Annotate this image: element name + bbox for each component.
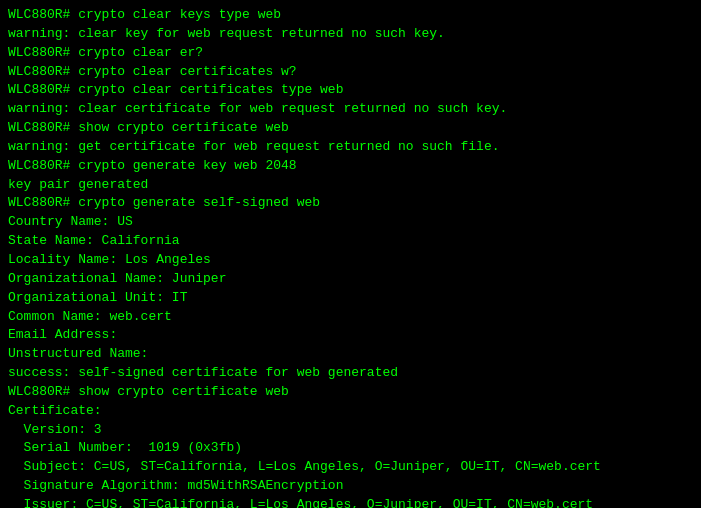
terminal-line: warning: get certificate for web request… — [8, 138, 693, 157]
terminal-line: Certificate: — [8, 402, 693, 421]
terminal-line: Email Address: — [8, 326, 693, 345]
terminal-line: WLC880R# show crypto certificate web — [8, 383, 693, 402]
terminal-line: WLC880R# crypto clear er? — [8, 44, 693, 63]
terminal-line: warning: clear certificate for web reque… — [8, 100, 693, 119]
terminal-line: Subject: C=US, ST=California, L=Los Ange… — [8, 458, 693, 477]
terminal-line: Signature Algorithm: md5WithRSAEncryptio… — [8, 477, 693, 496]
terminal-line: State Name: California — [8, 232, 693, 251]
terminal-line: key pair generated — [8, 176, 693, 195]
terminal-line: Country Name: US — [8, 213, 693, 232]
terminal-line: Locality Name: Los Angeles — [8, 251, 693, 270]
terminal-line: Issuer: C=US, ST=California, L=Los Angel… — [8, 496, 693, 508]
terminal-line: Version: 3 — [8, 421, 693, 440]
terminal-line: success: self-signed certificate for web… — [8, 364, 693, 383]
terminal-line: WLC880R# crypto generate key web 2048 — [8, 157, 693, 176]
terminal-line: Organizational Name: Juniper — [8, 270, 693, 289]
terminal-line: warning: clear key for web request retur… — [8, 25, 693, 44]
terminal-line: WLC880R# crypto clear certificates w? — [8, 63, 693, 82]
terminal-line: Unstructured Name: — [8, 345, 693, 364]
terminal-output: WLC880R# crypto clear keys type webwarni… — [8, 6, 693, 508]
terminal-line: Serial Number: 1019 (0x3fb) — [8, 439, 693, 458]
terminal-line: WLC880R# crypto clear keys type web — [8, 6, 693, 25]
terminal-line: Common Name: web.cert — [8, 308, 693, 327]
terminal-window[interactable]: WLC880R# crypto clear keys type webwarni… — [0, 0, 701, 508]
terminal-line: Organizational Unit: IT — [8, 289, 693, 308]
terminal-line: WLC880R# crypto generate self-signed web — [8, 194, 693, 213]
terminal-line: WLC880R# crypto clear certificates type … — [8, 81, 693, 100]
terminal-line: WLC880R# show crypto certificate web — [8, 119, 693, 138]
